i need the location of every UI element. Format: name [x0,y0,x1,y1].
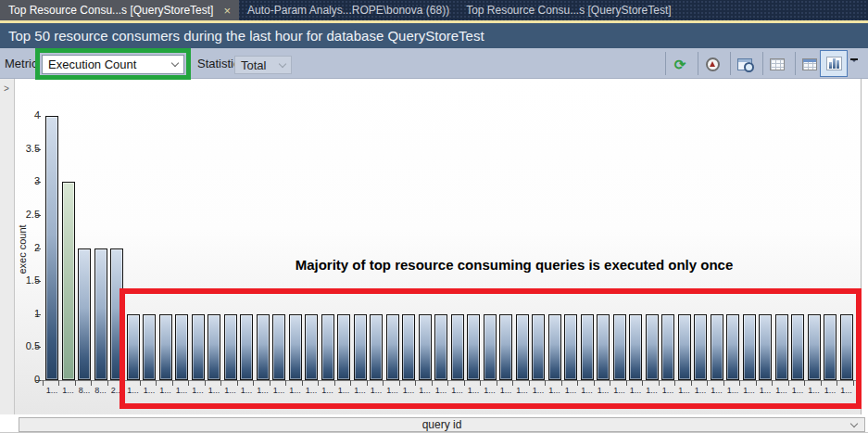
bar[interactable] [208,314,220,380]
bar[interactable] [386,314,399,380]
x-axis-selector[interactable]: query id [19,417,865,432]
bar[interactable] [224,314,237,380]
bar[interactable] [272,314,285,380]
bar[interactable] [192,314,205,380]
bar[interactable] [419,314,432,380]
tab-auto-param-analysis[interactable]: Auto-Param Analys...ROPE\bonova (68)) [239,0,458,20]
annotation-text: Majority of top resource consuming queri… [245,257,783,273]
y-tick-mark [35,215,41,216]
bar[interactable] [613,314,626,380]
bar[interactable] [646,314,659,380]
chevron-down-icon [171,59,179,67]
toolbar-overflow-button[interactable] [850,58,858,62]
x-tick-label: 1... [368,386,384,395]
bar[interactable] [337,314,350,380]
bar[interactable] [840,314,853,380]
bar[interactable] [127,314,140,380]
bar[interactable] [305,314,318,380]
bar[interactable] [661,314,674,380]
bar[interactable] [629,314,642,380]
x-tick-label: 1... [709,386,725,395]
bar[interactable] [289,314,302,380]
bar[interactable] [499,314,512,380]
bar[interactable] [711,314,723,380]
statistic-dropdown[interactable]: Total [234,56,292,74]
bar[interactable] [159,314,172,380]
bar[interactable] [94,248,107,381]
pivot-grid-view-button[interactable] [798,52,822,76]
bar[interactable] [45,116,58,380]
close-icon[interactable]: × [223,5,231,17]
bar[interactable] [808,314,821,380]
tab-label: Top Resource Consu...s [QueryStoreTest] [8,4,213,17]
bar[interactable] [743,314,756,380]
x-tick-label: 1... [270,386,287,395]
collapsed-pane-splitter[interactable]: > [0,79,15,415]
bar[interactable] [581,314,594,380]
chart-view-button[interactable] [820,50,848,77]
bar[interactable] [597,314,610,380]
bar[interactable] [564,314,577,380]
bar[interactable] [678,314,691,380]
statistic-label: Statistic [197,57,240,70]
bar[interactable] [321,314,334,380]
x-tick-label: 1... [806,386,823,395]
bar[interactable] [354,314,367,380]
y-tick-label: 2.5 [15,209,40,220]
bar[interactable] [62,182,75,380]
document-tab-strip: Top Resource Consu...s [QueryStoreTest] … [0,0,868,20]
x-tick-label: 1... [222,386,239,395]
bar[interactable] [791,314,804,380]
bar[interactable] [726,314,739,380]
tab-label: Auto-Param Analys...ROPE\bonova (68)) [247,4,449,17]
view-query-button[interactable] [733,52,757,76]
x-tick-label: 1... [433,386,449,395]
bar[interactable] [694,314,707,380]
x-tick-label: 1... [320,386,336,395]
bar[interactable] [434,314,447,380]
x-tick-label: 1... [255,386,271,395]
bar[interactable] [370,314,383,380]
bar[interactable] [548,314,561,380]
x-tick-label: 1... [595,386,611,395]
tab-label: Top Resource Consu...s [QueryStoreTest] [466,4,671,17]
tab-top-resource-consumers-2[interactable]: Top Resource Consu...s [QueryStoreTest] [458,0,679,20]
bar[interactable] [516,314,529,380]
statistic-dropdown-value: Total [241,58,266,72]
bar[interactable] [257,314,270,380]
metric-dropdown[interactable]: Execution Count [42,55,184,74]
bar[interactable] [451,314,464,380]
bar[interactable] [175,314,188,380]
x-tick-label: 1... [774,386,790,395]
refresh-button[interactable]: ⟳ [668,52,692,76]
x-tick-label: 8... [76,386,93,395]
tab-top-resource-consumers-1[interactable]: Top Resource Consu...s [QueryStoreTest] … [0,0,239,20]
bar[interactable] [110,248,123,381]
bar[interactable] [484,314,497,380]
bar[interactable] [467,314,480,380]
y-tick-label: 0 [15,374,40,385]
bar[interactable] [532,314,545,380]
x-tick-label: 1... [44,386,60,395]
bar[interactable] [402,314,415,380]
expand-chevron-icon[interactable]: > [4,83,9,94]
bar[interactable] [78,248,91,381]
bottom-axis-bar: query id [0,414,868,433]
x-tick-label: 1... [579,386,596,395]
x-tick-label: 1... [238,386,255,395]
bar[interactable] [240,314,253,380]
grid-view-button[interactable] [765,52,789,76]
bar[interactable] [824,314,837,380]
y-tick-mark [35,281,41,282]
bar[interactable] [143,314,156,380]
y-tick-label: 2 [15,242,40,253]
bar[interactable] [759,314,772,380]
view-query-window-icon [737,58,752,70]
x-tick-label: 1... [692,386,709,395]
x-tick-label: 1... [789,386,806,395]
x-tick-label: 1... [497,386,514,395]
y-tick-label: 1 [15,308,40,319]
toolbar-separator [762,52,763,75]
regressed-queries-button[interactable] [700,52,724,76]
bar[interactable] [775,314,788,380]
